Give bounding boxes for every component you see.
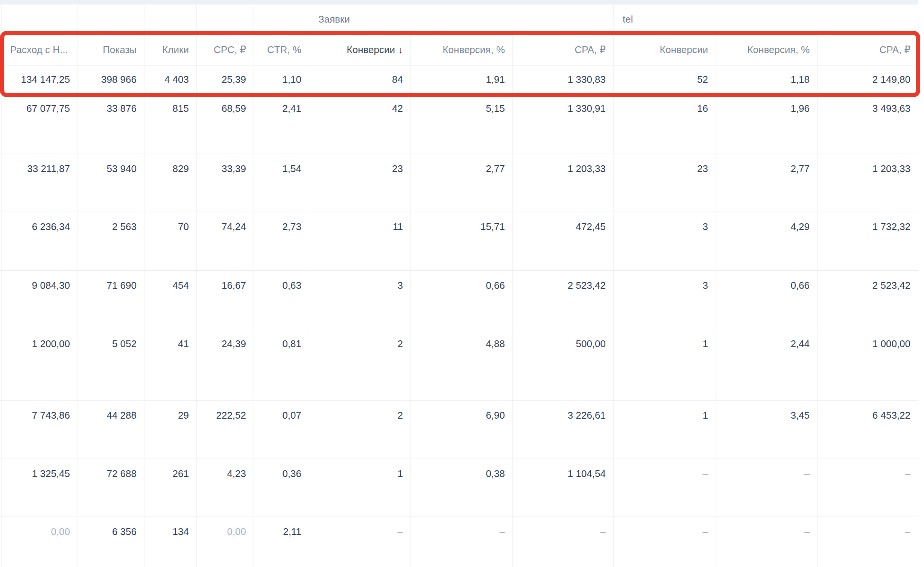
data-cell: 0,00	[197, 517, 254, 567]
table-row: 9 084,3071 69045416,670,6330,662 523,423…	[0, 270, 918, 329]
data-cell: 67 077,75	[0, 94, 78, 154]
data-cell: 33 211,87	[0, 154, 78, 212]
column-header-conversion-rate-tel[interactable]: Конверсия, %	[716, 31, 818, 65]
data-cell: 454	[144, 271, 197, 329]
table-row: 6 236,342 5637074,242,731115,71472,4534,…	[0, 212, 918, 270]
data-cell: 3	[614, 271, 716, 329]
stats-table: Заявки tel Расход с Н... Показы Клики CP…	[0, 5, 918, 567]
data-cell: 1	[309, 459, 411, 517]
data-cell: 4,23	[197, 459, 254, 517]
data-cell: –	[309, 517, 411, 567]
totals-cell: 52	[614, 66, 716, 93]
data-cell: 1 203,33	[513, 154, 614, 212]
data-cell: 500,00	[513, 329, 614, 400]
data-cell: 53 940	[78, 154, 144, 212]
data-cell: 15,71	[411, 212, 513, 270]
data-cell: –	[614, 459, 716, 517]
group-cell-empty-5	[254, 5, 309, 31]
sort-descending-icon[interactable]: ↓	[398, 45, 403, 55]
data-cell: 2	[309, 401, 411, 459]
data-cell: 3,45	[716, 401, 818, 459]
totals-cell: 1,91	[411, 66, 513, 93]
data-cell: 44 288	[78, 401, 144, 459]
data-cell: –	[818, 459, 918, 517]
data-cell: 6 453,22	[818, 401, 918, 459]
data-cell: 5,15	[411, 94, 513, 154]
data-cell: 0,63	[254, 271, 309, 329]
data-cell: 16,67	[197, 271, 254, 329]
data-cell: –	[716, 517, 818, 567]
data-cell: 2 563	[78, 212, 144, 270]
data-cell: 72 688	[78, 459, 144, 517]
table-row: 33 211,8753 94082933,391,54232,771 203,3…	[0, 154, 918, 212]
data-cell: 1 203,33	[818, 154, 918, 212]
data-cell: 2,77	[716, 154, 818, 212]
totals-cell: 4 403	[144, 66, 197, 93]
data-cell: 6 356	[78, 517, 144, 567]
column-header-conversions-tel[interactable]: Конверсии	[614, 31, 716, 65]
totals-cell: 1 330,83	[513, 66, 614, 93]
data-cell: 134	[144, 517, 197, 567]
column-header-conversions-zayavki[interactable]: Конверсии ↓	[309, 31, 411, 65]
data-cell: 74,24	[197, 212, 254, 270]
totals-cell: 25,39	[197, 66, 254, 93]
table-row: 0,006 3561340,002,11––––––	[0, 517, 918, 567]
data-cell: 1 732,32	[818, 212, 918, 270]
data-cell: 829	[144, 154, 197, 212]
data-cell: 29	[144, 401, 197, 459]
table-row: 1 200,005 0524124,390,8124,88500,0012,44…	[0, 329, 918, 400]
data-cell: 0,00	[0, 517, 78, 567]
data-cell: 6 236,34	[0, 212, 78, 270]
column-header-conversions-zayavki-label: Конверсии	[347, 44, 395, 56]
column-header-row: Расход с Н... Показы Клики CPC, ₽ CTR, %…	[0, 31, 918, 65]
table-body: 67 077,7533 87681568,592,41425,151 330,9…	[0, 93, 918, 567]
data-cell: 2,44	[716, 329, 818, 400]
data-cell: 3	[309, 271, 411, 329]
data-cell: 2	[309, 329, 411, 400]
data-cell: 3 493,63	[818, 94, 918, 154]
data-cell: 68,59	[197, 94, 254, 154]
column-header-cpa-zayavki[interactable]: CPA, ₽	[513, 31, 614, 65]
column-header-ctr[interactable]: CTR, %	[254, 31, 309, 65]
column-header-conversion-rate-zayavki[interactable]: Конверсия, %	[411, 31, 513, 65]
data-cell: 0,66	[411, 271, 513, 329]
totals-cell: 1,10	[254, 66, 309, 93]
data-cell: 0,38	[411, 459, 513, 517]
data-cell: 11	[309, 212, 411, 270]
data-cell: 3 226,61	[513, 401, 614, 459]
data-cell: 0,36	[254, 459, 309, 517]
data-cell: 16	[614, 94, 716, 154]
column-header-expense[interactable]: Расход с Н...	[0, 31, 78, 65]
data-cell: 0,66	[716, 271, 818, 329]
stats-page: Заявки tel Расход с Н... Показы Клики CP…	[0, 0, 924, 567]
column-header-clicks[interactable]: Клики	[144, 31, 197, 65]
data-cell: 2,77	[411, 154, 513, 212]
totals-cell: 398 966	[78, 66, 144, 93]
data-cell: 2,11	[254, 517, 309, 567]
data-cell: 1 330,91	[513, 94, 614, 154]
data-cell: 0,81	[254, 329, 309, 400]
group-label-zayavki: Заявки	[309, 5, 614, 31]
totals-cell: 2 149,80	[818, 66, 918, 93]
data-cell: 23	[614, 154, 716, 212]
column-header-cpc[interactable]: CPC, ₽	[197, 31, 254, 65]
data-cell: 41	[144, 329, 197, 400]
data-cell: 0,07	[254, 401, 309, 459]
column-header-impressions[interactable]: Показы	[78, 31, 144, 65]
data-cell: 7 743,86	[0, 401, 78, 459]
data-cell: 1,96	[716, 94, 818, 154]
data-cell: 222,52	[197, 401, 254, 459]
data-cell: 9 084,30	[0, 271, 78, 329]
data-cell: 1	[614, 401, 716, 459]
group-cell-empty-3	[144, 5, 197, 31]
group-label-tel: tel	[614, 5, 918, 31]
table-row: 7 743,8644 28829222,520,0726,903 226,611…	[0, 400, 918, 459]
data-cell: 4,29	[716, 212, 818, 270]
totals-cell: 84	[309, 66, 411, 93]
data-cell: –	[513, 517, 614, 567]
data-cell: 4,88	[411, 329, 513, 400]
data-cell: 42	[309, 94, 411, 154]
group-cell-empty-2	[78, 5, 144, 31]
column-header-cpa-tel[interactable]: CPA, ₽	[818, 31, 918, 65]
data-cell: 1	[614, 329, 716, 400]
